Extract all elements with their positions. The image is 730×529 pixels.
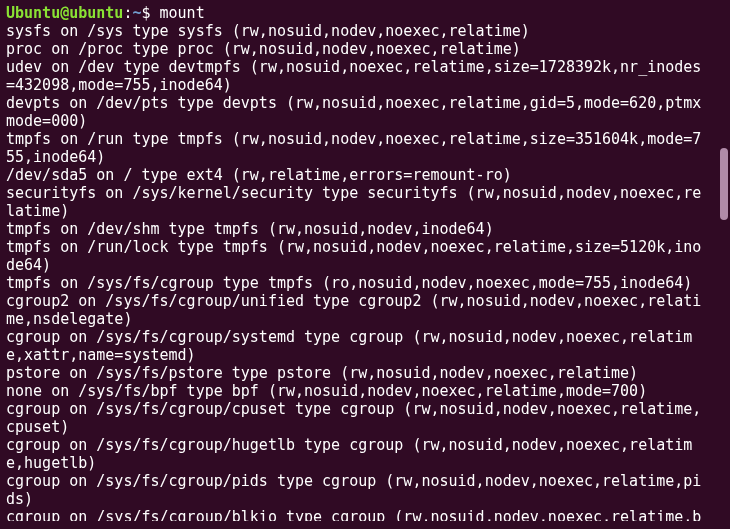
output-line: devpts on /dev/pts type devpts (rw,nosui…: [6, 94, 701, 130]
terminal-viewport[interactable]: Ubuntu@ubuntu:~$ mount sysfs on /sys typ…: [0, 0, 712, 521]
output-line: none on /sys/fs/bpf type bpf (rw,nosuid,…: [6, 382, 647, 400]
scrollbar-thumb[interactable]: [720, 148, 728, 220]
output-line: /dev/sda5 on / type ext4 (rw,relatime,er…: [6, 166, 512, 184]
output-line: tmpfs on /run/lock type tmpfs (rw,nosuid…: [6, 238, 701, 274]
output-line: cgroup on /sys/fs/cgroup/cpuset type cgr…: [6, 400, 701, 436]
output-line: pstore on /sys/fs/pstore type pstore (rw…: [6, 364, 638, 382]
prompt-symbol: $: [141, 4, 159, 22]
output-line: tmpfs on /run type tmpfs (rw,nosuid,node…: [6, 130, 701, 166]
prompt-user: Ubuntu@ubuntu: [6, 4, 123, 22]
output-line: cgroup on /sys/fs/cgroup/systemd type cg…: [6, 328, 692, 364]
output-line: securityfs on /sys/kernel/security type …: [6, 184, 701, 220]
output-line: udev on /dev type devtmpfs (rw,nosuid,no…: [6, 58, 701, 94]
command-text: mount: [160, 4, 205, 22]
output-line: cgroup on /sys/fs/cgroup/blkio type cgro…: [6, 508, 701, 521]
output-line: proc on /proc type proc (rw,nosuid,nodev…: [6, 40, 521, 58]
output-line: tmpfs on /sys/fs/cgroup type tmpfs (ro,n…: [6, 274, 692, 292]
output-line: tmpfs on /dev/shm type tmpfs (rw,nosuid,…: [6, 220, 494, 238]
output-line: cgroup on /sys/fs/cgroup/pids type cgrou…: [6, 472, 701, 508]
output-line: cgroup on /sys/fs/cgroup/hugetlb type cg…: [6, 436, 692, 472]
output-line: cgroup2 on /sys/fs/cgroup/unified type c…: [6, 292, 701, 328]
output-line: sysfs on /sys type sysfs (rw,nosuid,node…: [6, 22, 530, 40]
